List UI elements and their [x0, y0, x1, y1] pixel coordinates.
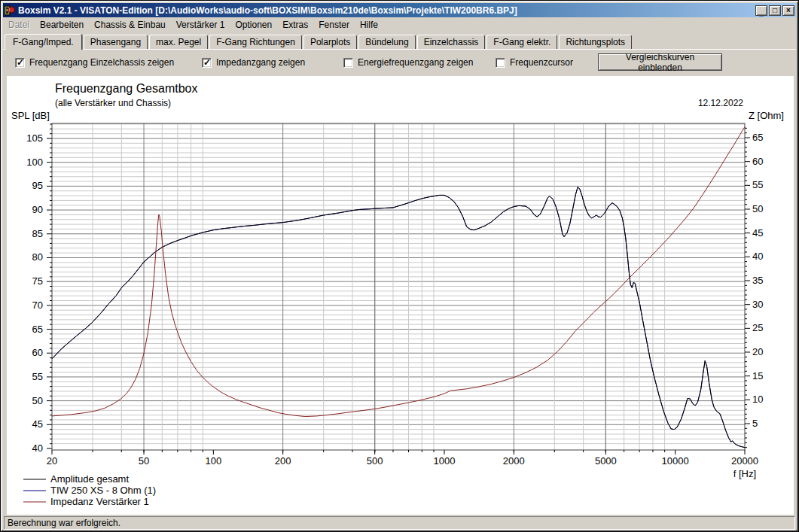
checkbox-label: Impedanzgang zeigen: [216, 57, 305, 68]
svg-text:45: 45: [752, 227, 763, 239]
menu-item-chassis-einbau[interactable]: Chassis & Einbau: [89, 18, 171, 32]
checkbox-frequenzcursor[interactable]: ✓Frequenzcursor: [496, 57, 573, 68]
control-bar: Vergleichskurven einblenden ✓Frequenzgan…: [3, 49, 796, 77]
menu-item-verst-rker-1[interactable]: Verstärker 1: [171, 18, 230, 32]
svg-text:40: 40: [752, 251, 763, 262]
tab-f-gang-imped-[interactable]: F-Gang/Imped.: [5, 34, 82, 50]
svg-text:20000: 20000: [731, 455, 758, 467]
checkbox-frequenzgang-einzelchassis-zeigen[interactable]: ✓Frequenzgang Einzelchassis zeigen: [15, 57, 174, 68]
window-title: Boxsim V2.1 - VISATON-Edition [D:\AudioW…: [18, 5, 754, 16]
close-button[interactable]: ×: [782, 5, 794, 16]
menu-bar: DateiBearbeitenChassis & EinbauVerstärke…: [3, 17, 796, 32]
menu-item-fenster[interactable]: Fenster: [313, 18, 355, 32]
svg-text:80: 80: [32, 251, 43, 263]
checkbox-box[interactable]: ✓: [343, 58, 353, 68]
svg-text:200: 200: [275, 455, 291, 467]
status-bar: Berechnung war erfolgreich.: [3, 515, 796, 530]
menu-item-hilfe[interactable]: Hilfe: [355, 18, 383, 32]
svg-text:10: 10: [752, 394, 763, 405]
checkbox-label: Frequenzcursor: [510, 57, 573, 68]
svg-text:85: 85: [32, 228, 43, 239]
svg-text:(alle Verstärker und Chassis): (alle Verstärker und Chassis): [55, 98, 171, 108]
svg-text:10000: 10000: [662, 455, 689, 467]
tab-phasengang[interactable]: Phasengang: [84, 35, 148, 49]
chart-area: 4045505560657075808590951001055101520253…: [7, 76, 794, 515]
app-icon: [5, 5, 15, 16]
check-icon: ✓: [203, 57, 211, 68]
tab-b-ndelung[interactable]: Bündelung: [358, 35, 415, 49]
amplitude-curve: [52, 187, 745, 448]
svg-text:65: 65: [752, 132, 763, 143]
checkbox-box[interactable]: ✓: [202, 58, 212, 68]
tab-f-gang-elektr-[interactable]: F-Gang elektr.: [486, 35, 557, 49]
menu-item-optionen[interactable]: Optionen: [230, 18, 277, 32]
svg-text:55: 55: [752, 179, 763, 190]
legend-label: Impedanz Verstärker 1: [50, 496, 149, 507]
svg-text:50: 50: [32, 395, 43, 406]
svg-text:25: 25: [752, 322, 763, 333]
checkbox-energiefrequenzgang-zeigen[interactable]: ✓Energiefrequenzgang zeigen: [343, 57, 473, 68]
svg-text:35: 35: [752, 275, 763, 286]
svg-text:20: 20: [752, 346, 763, 357]
tab-polarplots[interactable]: Polarplots: [303, 35, 357, 49]
svg-text:12.12.2022: 12.12.2022: [698, 98, 743, 108]
tab-max-pegel[interactable]: max. Pegel: [149, 35, 208, 49]
checkbox-impedanzgang-zeigen[interactable]: ✓Impedanzgang zeigen: [202, 57, 305, 68]
menu-item-datei: Datei: [3, 18, 35, 32]
menu-item-extras[interactable]: Extras: [277, 18, 313, 32]
svg-text:90: 90: [32, 204, 43, 215]
svg-text:50: 50: [139, 455, 149, 467]
svg-text:SPL [dB]: SPL [dB]: [11, 110, 50, 121]
title-bar[interactable]: Boxsim V2.1 - VISATON-Edition [D:\AudioW…: [3, 3, 796, 17]
checkbox-box[interactable]: ✓: [15, 58, 25, 68]
compare-curves-button[interactable]: Vergleichskurven einblenden: [598, 53, 722, 71]
minimize-button[interactable]: _: [755, 5, 767, 16]
legend-label: TIW 250 XS - 8 Ohm (1): [50, 485, 156, 496]
svg-text:45: 45: [32, 418, 43, 430]
checkbox-label: Frequenzgang Einzelchassis zeigen: [29, 57, 174, 68]
svg-text:75: 75: [32, 275, 43, 287]
svg-text:1000: 1000: [434, 455, 456, 467]
svg-text:Frequenzgang Gesamtbox: Frequenzgang Gesamtbox: [55, 82, 197, 95]
tab-f-gang-richtungen[interactable]: F-Gang Richtungen: [209, 35, 302, 49]
tab-richtungsplots[interactable]: Richtungsplots: [559, 35, 632, 49]
app-window: Boxsim V2.1 - VISATON-Edition [D:\AudioW…: [0, 0, 799, 532]
svg-text:60: 60: [752, 156, 763, 167]
checkbox-box[interactable]: ✓: [496, 58, 505, 68]
svg-text:2000: 2000: [503, 455, 525, 467]
svg-text:15: 15: [752, 370, 763, 382]
svg-text:20: 20: [47, 455, 57, 467]
svg-text:70: 70: [32, 299, 43, 311]
status-text: Berechnung war erfolgreich.: [8, 518, 120, 528]
check-icon: ✓: [17, 57, 24, 68]
svg-text:100: 100: [26, 157, 43, 168]
legend-label: Amplitude gesamt: [50, 473, 129, 485]
svg-text:40: 40: [32, 442, 43, 454]
svg-text:60: 60: [32, 347, 43, 358]
impedance-curve: [52, 126, 745, 416]
tiw-chassis-curve: [52, 187, 745, 448]
svg-text:Z [Ohm]: Z [Ohm]: [749, 110, 784, 121]
svg-text:105: 105: [26, 132, 43, 144]
svg-text:50: 50: [752, 203, 763, 214]
svg-text:100: 100: [205, 455, 221, 467]
maximize-button[interactable]: □: [769, 5, 781, 16]
chart-canvas: 4045505560657075808590951001055101520253…: [7, 76, 794, 515]
svg-text:95: 95: [32, 180, 43, 191]
menu-item-bearbeiten[interactable]: Bearbeiten: [35, 18, 89, 32]
svg-text:30: 30: [752, 299, 763, 310]
svg-text:f [Hz]: f [Hz]: [733, 468, 756, 479]
tab-einzelchassis[interactable]: Einzelchassis: [417, 35, 486, 49]
svg-text:5000: 5000: [595, 455, 617, 467]
tab-strip: F-Gang/Imped.Phasengangmax. PegelF-Gang …: [5, 32, 796, 49]
svg-text:5: 5: [752, 418, 758, 429]
checkbox-label: Energiefrequenzgang zeigen: [358, 57, 473, 68]
svg-text:65: 65: [32, 324, 43, 335]
svg-text:55: 55: [32, 371, 43, 382]
svg-text:500: 500: [367, 455, 383, 467]
